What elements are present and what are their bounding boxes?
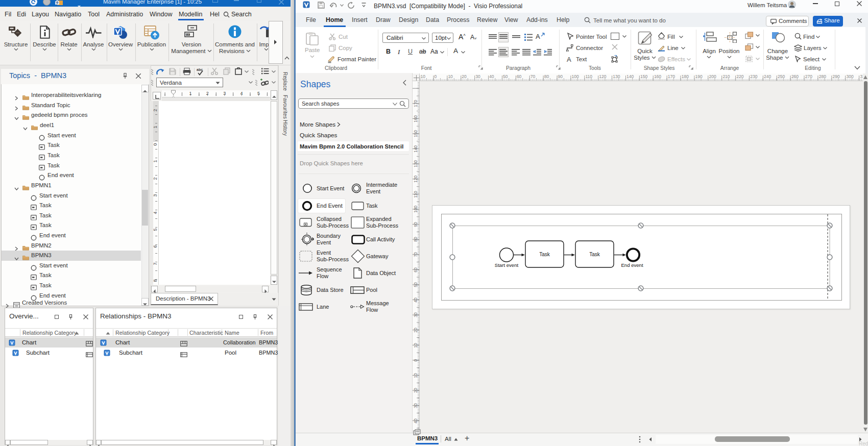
svg-text:Task: Task — [539, 252, 550, 257]
svg-text:Start event: Start event — [495, 262, 519, 268]
svg-text:End event: End event — [621, 262, 643, 268]
svg-text:abc: abc — [197, 68, 203, 71]
svg-text:Task: Task — [589, 252, 600, 257]
svg-text:1.0: 1.0 — [186, 33, 189, 36]
